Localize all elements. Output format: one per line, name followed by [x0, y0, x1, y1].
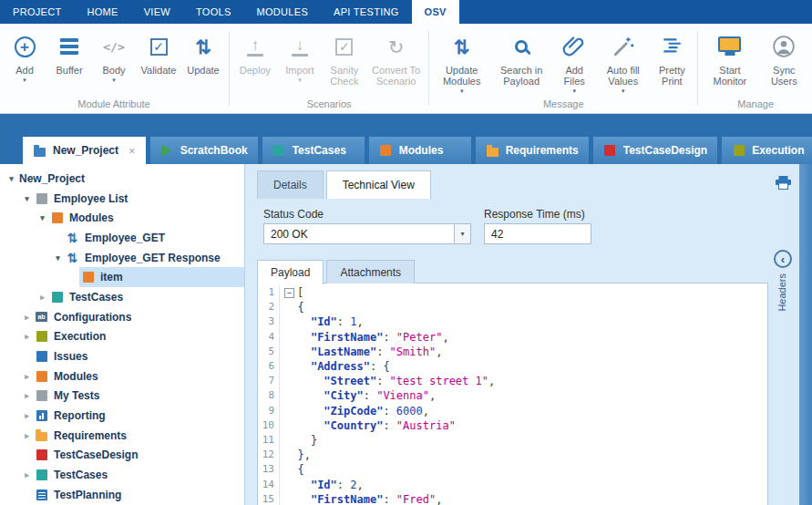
- expander-closed-icon[interactable]: ▸: [21, 372, 33, 381]
- ribbon-button-deploy[interactable]: ↑Deploy: [233, 28, 277, 76]
- tree-item-configurations[interactable]: ▸abConfigurations: [0, 307, 244, 327]
- line-number: 12: [258, 448, 280, 462]
- tab-attachments[interactable]: Attachments: [326, 260, 415, 283]
- menu-item-tools[interactable]: TOOLS: [183, 0, 244, 24]
- ribbon-group-label: Manage: [702, 97, 809, 113]
- expander-open-icon[interactable]: ▾: [36, 213, 48, 222]
- ribbon-button-convert-to-scenario[interactable]: ↻Convert To Scenario: [367, 28, 425, 87]
- right-panel-bar: [799, 164, 812, 505]
- menu-item-modules[interactable]: MODULES: [244, 0, 322, 24]
- ribbon-button-validate[interactable]: ✓Validate: [137, 28, 180, 76]
- ribbon-button-add-files[interactable]: Add Files▾: [552, 28, 596, 94]
- tree-item-reporting[interactable]: ▸Reporting: [0, 406, 244, 426]
- ribbon-button-label: Pretty Print: [653, 65, 691, 87]
- tree-item-testcases[interactable]: ▸TestCases: [0, 465, 244, 485]
- view-tabs: Details Technical View: [257, 170, 431, 199]
- expander-closed-icon[interactable]: ▸: [36, 293, 48, 302]
- line-number: 5: [258, 345, 280, 359]
- code-line: 14 "Id": 2,: [258, 478, 767, 492]
- menu-item-osv[interactable]: OSV: [412, 0, 459, 24]
- tab-technical-view[interactable]: Technical View: [326, 170, 431, 199]
- tree-item-employee-get[interactable]: ⇅Employee_GET: [0, 228, 244, 248]
- close-icon[interactable]: ×: [128, 144, 136, 158]
- chevron-down-icon[interactable]: ▾: [454, 224, 470, 243]
- doc-tab-modules[interactable]: Modules: [369, 137, 471, 164]
- tree-item-testcasedesign[interactable]: TestCaseDesign: [0, 446, 244, 466]
- main-panel: Details Technical View Status Code Respo…: [244, 164, 812, 505]
- ribbon: +Add▾Buffer</>Body▾✓Validate⇅UpdateModul…: [0, 24, 812, 114]
- ribbon-button-pretty-print[interactable]: Pretty Print: [650, 28, 694, 87]
- menu-item-home[interactable]: HOME: [74, 0, 130, 24]
- code-line: 15 "FirstName": "Fred",: [258, 492, 767, 505]
- tree-item-modules[interactable]: ▾Modules: [0, 208, 244, 228]
- menu-item-api-testing[interactable]: API TESTING: [321, 0, 412, 24]
- tree-item-execution[interactable]: ▸Execution: [0, 327, 244, 347]
- side-tab-headers[interactable]: Headers: [776, 273, 787, 312]
- chevron-down-icon[interactable]: ▾: [572, 88, 576, 94]
- ribbon-button-update-modules[interactable]: ⇅Update Modules▾: [433, 28, 490, 94]
- doc-tab-testcases[interactable]: TestCases: [262, 137, 365, 164]
- code-line: 2 {: [258, 300, 767, 314]
- expander-closed-icon[interactable]: ▸: [21, 313, 33, 322]
- tree-item-testplanning[interactable]: TestPlanning: [0, 485, 244, 505]
- ribbon-button-import[interactable]: ↓Import▾: [278, 28, 322, 83]
- code-line: 6 "Address": {: [258, 359, 767, 374]
- tree-item-item[interactable]: item: [0, 267, 244, 287]
- ribbon-button-start-monitor[interactable]: Start Monitor: [702, 28, 757, 87]
- print-icon[interactable]: [776, 176, 791, 193]
- ribbon-button-update[interactable]: ⇅Update: [181, 28, 225, 76]
- tree-item-employee-get-response[interactable]: ▾⇅Employee_GET Response: [0, 248, 244, 268]
- ribbon-button-auto-fill-values[interactable]: Auto fill Values▾: [597, 28, 649, 94]
- ribbon-button-label: Start Monitor: [704, 65, 755, 87]
- line-number: 8: [258, 388, 280, 403]
- doc-tab-new-project[interactable]: New_Project×: [23, 137, 146, 164]
- chevron-down-icon[interactable]: ▾: [460, 88, 464, 94]
- doc-tab-requirements[interactable]: Requirements: [476, 137, 589, 164]
- doc-tab-testcasedesign[interactable]: TestCaseDesign: [593, 137, 717, 164]
- tab-payload[interactable]: Payload: [257, 260, 324, 284]
- ribbon-button-sync-users[interactable]: Sync Users: [759, 28, 809, 87]
- tab-details[interactable]: Details: [257, 170, 324, 199]
- ribbon-button-buffer[interactable]: Buffer: [47, 28, 91, 76]
- chevron-down-icon[interactable]: ▾: [298, 77, 302, 83]
- menu-item-view[interactable]: VIEW: [131, 0, 183, 24]
- tree-item-label: Reporting: [54, 409, 106, 422]
- chevron-down-icon[interactable]: ▾: [622, 88, 625, 94]
- square-teal-icon: [272, 145, 286, 156]
- expander-open-icon[interactable]: ▾: [52, 253, 64, 263]
- doc-tabs: New_Project×ScratchBookTestCasesModulesR…: [23, 137, 812, 164]
- tree-item-new-project[interactable]: ▾New_Project: [0, 169, 244, 189]
- configurations-icon: ab: [35, 312, 48, 322]
- tree-item-my-tests[interactable]: ▸My Tests: [0, 386, 244, 407]
- square-gray-icon: [35, 193, 48, 204]
- status-code-select[interactable]: 200 OK ▾: [263, 223, 471, 244]
- tree-item-requirements[interactable]: ▸Requirements: [0, 426, 244, 446]
- expander-open-icon[interactable]: ▾: [21, 194, 33, 203]
- doc-tab-scratchbook[interactable]: ScratchBook: [150, 137, 258, 164]
- ribbon-button-body[interactable]: </>Body▾: [92, 28, 136, 83]
- tree-item-issues[interactable]: Issues: [0, 346, 244, 366]
- doc-tab-execution[interactable]: Execution: [722, 137, 812, 164]
- response-time-input[interactable]: [484, 223, 591, 244]
- tree-item-modules[interactable]: ▸Modules: [0, 366, 244, 386]
- expander-open-icon[interactable]: ▾: [5, 174, 17, 183]
- chevron-down-icon[interactable]: ▾: [112, 77, 116, 83]
- expander-closed-icon[interactable]: ▸: [21, 332, 33, 341]
- collapse-toggle-icon[interactable]: −: [284, 288, 294, 298]
- expander-closed-icon[interactable]: ▸: [21, 391, 33, 400]
- expander-closed-icon[interactable]: ▸: [21, 431, 33, 440]
- ribbon-button-add[interactable]: +Add▾: [3, 28, 46, 83]
- collapse-headers-button[interactable]: ‹: [774, 250, 792, 268]
- menu-item-project[interactable]: PROJECT: [0, 0, 74, 24]
- ribbon-button-sanity-check[interactable]: ✓Sanity Check: [323, 28, 366, 87]
- chevron-down-icon[interactable]: ▾: [23, 77, 26, 83]
- tree-item-employee-list[interactable]: ▾Employee List: [0, 189, 244, 209]
- tree-item-label: Modules: [54, 370, 98, 383]
- doc-tab-label: TestCaseDesign: [623, 144, 707, 157]
- tree-item-testcases[interactable]: ▸TestCases: [0, 287, 244, 307]
- payload-editor[interactable]: 1−[2 {3 "Id": 1,4 "FirstName": "Peter",5…: [257, 283, 768, 505]
- ribbon-button-search-in-payload[interactable]: Search in Payload: [491, 28, 551, 87]
- expander-closed-icon[interactable]: ▸: [21, 411, 33, 420]
- expander-closed-icon[interactable]: ▸: [21, 470, 33, 479]
- square-teal-icon: [50, 292, 64, 303]
